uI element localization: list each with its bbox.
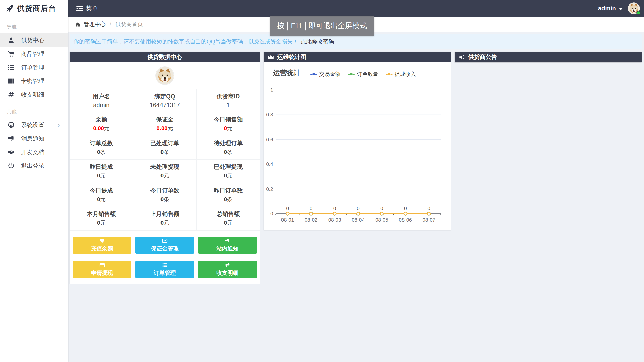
avatar[interactable] [628,2,640,14]
stat-cell: 今日销售额0元 [196,112,260,136]
action-button-label: 充值余额 [91,245,113,252]
toast-prefix: 按 [277,21,284,31]
data-center-header: 供货数据中心 [70,52,260,62]
sidebar-item-transactions[interactable]: 收支明细 [0,88,68,101]
sidebar-item-notifications[interactable]: 消息通知 [0,132,68,145]
sidebar-item-supply-center[interactable]: 供货中心 [0,33,68,47]
stat-cell: 昨日提成0元 [70,160,133,183]
sidebar-item-dev-docs[interactable]: 开发文档 [0,145,68,159]
settings-icon [8,121,15,128]
stat-value: 0条 [133,148,196,156]
svg-text:08-01: 08-01 [281,217,294,223]
stat-cell: 供货商ID1 [196,89,260,112]
data-center-panel: 供货数据中心 用户名admin绑定QQ164471317供货商ID1余额0.00… [70,52,260,284]
stat-label: 保证金 [133,116,196,123]
page-content: 你的密码过于简单，请不要使用较短的纯数字或自己的QQ号当做密码，以免造成资金损失… [68,32,644,284]
stat-value: 0元 [70,196,133,203]
svg-text:08-03: 08-03 [328,217,341,223]
stats-row: 余额0.00元保证金0.00元今日销售额0元 [70,112,260,136]
svg-text:0: 0 [286,206,289,211]
sidebar-item-card-keys[interactable]: 卡密管理 [0,74,68,88]
list-icon [162,262,168,268]
online-status-dot [636,11,640,15]
nav-section-label: 导航 [0,17,68,33]
sidebar: 供货商后台 导航 供货中心 商品管理 订单管理 卡密管理 [0,0,68,362]
svg-text:08-05: 08-05 [375,217,388,223]
action-button[interactable]: 站内通知 [198,237,257,254]
power-icon [8,162,15,169]
quick-actions: 充值余额保证金管理站内通知申请提现订单管理收支明细 [70,230,260,284]
chart-area: 运营统计 交易金额订单数量提成收入 00.20.40.60.8108-0108-… [264,62,451,230]
action-button[interactable]: 保证金管理 [135,237,194,254]
stat-label: 绑定QQ [133,93,196,100]
breadcrumb-separator: / [110,21,111,28]
stat-label: 总销售额 [197,210,260,218]
stat-cell: 余额0.00元 [70,112,133,136]
f11-key-badge: F11 [287,21,306,31]
stat-cell: 上月销售额0元 [133,207,196,231]
stat-value: 1 [197,102,260,109]
action-button[interactable]: 申请提现 [73,261,131,278]
profile-avatar-row [70,62,260,89]
hash-icon [224,262,230,268]
ops-chart-title: 运维统计图 [277,53,306,61]
svg-text:0.6: 0.6 [266,137,273,142]
action-button[interactable]: 订单管理 [135,261,194,278]
sidebar-item-label: 订单管理 [21,64,44,71]
stats-table: 用户名admin绑定QQ164471317供货商ID1余额0.00元保证金0.0… [70,89,260,230]
svg-text:0.4: 0.4 [266,161,273,167]
stat-cell: 今日提成0元 [70,183,133,207]
stat-label: 昨日提成 [70,163,133,171]
stat-label: 已处理订单 [133,139,196,147]
main-area: 菜单 admin 管理中心 / 供货商首页 你的密码过于简单，请不要使用较短的纯… [68,0,644,362]
stats-row: 用户名admin绑定QQ164471317供货商ID1 [70,89,260,112]
menu-toggle-button[interactable]: 菜单 [68,0,106,17]
svg-text:08-04: 08-04 [352,217,365,223]
credit-card-icon [99,262,105,268]
svg-text:0: 0 [357,206,359,211]
action-button-label: 订单管理 [154,269,176,277]
stat-value: 164471317 [133,102,196,109]
stat-cell: 订单总数0条 [70,136,133,160]
stat-value: 0条 [133,196,196,203]
rocket-icon [6,5,14,12]
sidebar-item-logout[interactable]: 退出登录 [0,159,68,172]
announcement-header: 供货商公告 [455,52,642,62]
action-button[interactable]: 收支明细 [198,261,257,278]
app-logo[interactable]: 供货商后台 [0,0,68,17]
action-button[interactable]: 充值余额 [73,237,131,254]
sidebar-item-label: 消息通知 [21,135,44,143]
sidebar-item-orders[interactable]: 订单管理 [0,61,68,74]
stat-label: 已处理提现 [197,163,260,171]
speaker-icon [459,54,465,60]
stat-cell: 总销售额0元 [196,207,260,231]
stat-cell: 保证金0.00元 [133,112,196,136]
sidebar-item-system-settings[interactable]: 系统设置 › [0,118,68,132]
breadcrumb-root[interactable]: 管理中心 [84,21,106,28]
sidebar-item-products[interactable]: 商品管理 [0,47,68,61]
stat-value: 0元 [197,125,260,132]
user-icon [8,37,15,44]
stat-cell: 绑定QQ164471317 [133,89,196,112]
svg-text:08-06: 08-06 [399,217,412,223]
stat-cell: 用户名admin [70,89,133,112]
stat-label: 今日提成 [70,187,133,194]
stat-label: 今日订单数 [133,187,196,194]
stat-label: 本月销售额 [70,210,133,218]
svg-text:1: 1 [270,87,273,93]
stat-label: 订单总数 [70,139,133,147]
stat-value: 0条 [197,196,260,203]
stat-label: 未处理提现 [133,163,196,171]
alert-message: 你的密码过于简单，请不要使用较短的纯数字或自己的QQ号当做密码，以免造成资金损失… [74,38,298,46]
heartbeat-icon [99,238,105,244]
handshake-icon [8,149,15,156]
stat-value: 0.00元 [70,125,133,132]
sidebar-item-label: 供货中心 [21,36,44,44]
user-menu[interactable]: admin [598,2,644,14]
stat-cell: 未处理提现0元 [133,160,196,183]
stat-value: 0条 [70,148,133,156]
change-password-link[interactable]: 点此修改密码 [301,38,334,46]
sidebar-item-label: 收支明细 [21,91,44,99]
other-section-label: 其他 [0,101,68,118]
hash-icon [8,91,15,98]
